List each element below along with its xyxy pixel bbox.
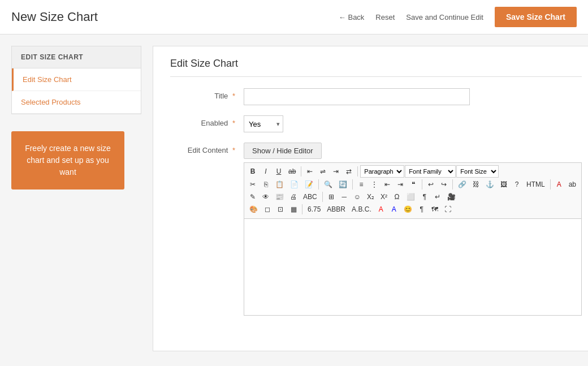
layer-button[interactable]: ◻ (261, 204, 274, 215)
enabled-select-wrapper: Yes No (244, 115, 283, 132)
help-button[interactable]: ? (511, 179, 523, 190)
find-button[interactable]: 🔍 (321, 179, 335, 190)
sidebar-heading: EDIT SIZE CHART (12, 46, 141, 68)
unlink-button[interactable]: ⛓ (470, 179, 482, 190)
back-button[interactable]: ← Back (339, 13, 365, 21)
sidebar-item-selected-products[interactable]: Selected Products (12, 91, 141, 114)
justify-button[interactable]: ⇄ (343, 166, 355, 177)
list-ordered-button[interactable]: ⋮ (368, 179, 381, 190)
edit-content-row: Edit Content * Show / Hide Editor B I U … (170, 143, 582, 316)
title-label: Title * (170, 88, 244, 100)
emotion-button[interactable]: 😊 (401, 204, 415, 215)
increase-font-button[interactable]: A (375, 204, 387, 215)
editor-wrapper: B I U ab ⇤ ⇌ ⇥ ⇄ Paragraph (244, 162, 582, 316)
edit-content-required-star: * (232, 146, 235, 154)
iframe-button[interactable]: ⬜ (404, 191, 418, 203)
ltr-button[interactable]: ¶ (416, 204, 428, 215)
title-required-star: * (232, 92, 235, 100)
decrease-font-button[interactable]: A (388, 204, 400, 215)
hr-button[interactable]: ─ (338, 191, 351, 203)
redo-button[interactable]: ↪ (438, 179, 450, 190)
save-chart-button[interactable]: Save Size Chart (495, 7, 577, 27)
bold-button[interactable]: B (247, 166, 259, 177)
separator-9 (302, 204, 302, 214)
strikethrough-button[interactable]: ab (286, 166, 299, 177)
underline-button[interactable]: U (273, 166, 285, 177)
align-left-button[interactable]: ⇤ (304, 166, 316, 177)
paste-button[interactable]: 📋 (273, 179, 287, 190)
enabled-row: Enabled * Yes No (170, 115, 582, 132)
editor-toolbar: B I U ab ⇤ ⇌ ⇥ ⇄ Paragraph (244, 163, 581, 219)
separator-6 (452, 179, 453, 190)
list-unordered-button[interactable]: ≡ (355, 179, 368, 190)
title-row: Title * (170, 88, 582, 105)
page-header: New Size Chart ← Back Reset Save and Con… (0, 0, 588, 35)
outdent-button[interactable]: ⇤ (381, 179, 394, 190)
header-actions: ← Back Reset Save and Continue Edit Save… (339, 7, 577, 27)
blockquote-button[interactable]: ❝ (407, 179, 420, 190)
subscript-button[interactable]: X₂ (364, 191, 377, 203)
undo-button[interactable]: ↩ (425, 179, 437, 190)
special-chars-button[interactable]: Ω (391, 191, 403, 203)
reset-button[interactable]: Reset (375, 13, 395, 21)
sidebar: EDIT SIZE CHART Edit Size Chart Selected… (11, 46, 141, 114)
indent-button[interactable]: ⇥ (394, 179, 407, 190)
abbr-button[interactable]: ABBR (324, 204, 348, 215)
page-break-button[interactable]: ¶ (418, 191, 431, 203)
toolbar-row-2: ✂ ⎘ 📋 📄 📝 🔍 🔄 ≡ ⋮ ⇤ ⇥ (247, 179, 579, 190)
align-center-button[interactable]: ⇌ (317, 166, 329, 177)
promo-box: Freely create a new size chart and set u… (11, 131, 124, 190)
promo-text: Freely create a new size chart and set u… (25, 144, 111, 176)
font-color-button[interactable]: A (553, 179, 565, 190)
paragraph-select[interactable]: Paragraph (360, 165, 404, 178)
style-button[interactable]: 🎨 (247, 204, 261, 215)
cut-button[interactable]: ✂ (247, 179, 259, 190)
main-content: EDIT SIZE CHART Edit Size Chart Selected… (0, 35, 588, 363)
save-continue-button[interactable]: Save and Continue Edit (406, 13, 483, 21)
enabled-select[interactable]: Yes No (244, 115, 283, 132)
align-right-button[interactable]: ⇥ (330, 166, 342, 177)
table-button[interactable]: ⊞ (325, 191, 338, 203)
smiley-button[interactable]: ☺ (351, 191, 364, 203)
editor-container: Show / Hide Editor B I U ab ⇤ ⇌ (244, 143, 582, 316)
image-map-button[interactable]: 🗺 (429, 204, 441, 215)
image-button[interactable]: 🖼 (498, 179, 510, 190)
italic-button[interactable]: I (260, 166, 272, 177)
separator-7 (550, 179, 551, 190)
page-title: New Size Chart (11, 10, 330, 24)
paste-word-button[interactable]: 📝 (302, 179, 316, 190)
enabled-required-star: * (232, 119, 235, 127)
print-button[interactable]: 🖨 (287, 191, 300, 203)
title-input[interactable] (244, 88, 470, 105)
editor-content[interactable] (244, 219, 581, 315)
link-button[interactable]: 🔗 (455, 179, 469, 190)
form-area: Edit Size Chart Title * Enabled * Yes No (153, 46, 588, 351)
toolbar-row-4: 🎨 ◻ ⊡ ▦ 6.75 ABBR A.B.C. A A 😊 ¶ (247, 204, 579, 215)
form-section-title: Edit Size Chart (170, 58, 582, 77)
div-button[interactable]: ⊡ (274, 204, 287, 215)
separator-2 (357, 166, 358, 176)
copy-button[interactable]: ⎘ (260, 179, 272, 190)
font-size-select[interactable]: Font Size (456, 165, 499, 178)
html-button[interactable]: HTML (524, 179, 548, 190)
separator-3 (318, 179, 319, 190)
toggle-editor-button[interactable]: Show / Hide Editor (244, 143, 322, 159)
fontsize-field-button[interactable]: 6.75 (305, 204, 323, 215)
paste-text-button[interactable]: 📄 (287, 179, 301, 190)
media-button[interactable]: 🎥 (444, 191, 459, 203)
nonbreaking-button[interactable]: ↵ (431, 191, 444, 203)
template-button[interactable]: 📰 (273, 191, 287, 203)
preview-button[interactable]: 👁 (260, 191, 272, 203)
acronym-button[interactable]: A.B.C. (349, 204, 374, 215)
font-family-select[interactable]: Font Family (405, 165, 456, 178)
source-button[interactable]: ✎ (247, 191, 259, 203)
highlight-button[interactable]: ab (566, 179, 579, 190)
replace-button[interactable]: 🔄 (336, 179, 350, 190)
superscript-button[interactable]: X² (378, 191, 390, 203)
sidebar-item-edit-size-chart[interactable]: Edit Size Chart (12, 68, 141, 91)
fullscreen-button[interactable]: ⛶ (442, 204, 454, 215)
separator-5 (422, 179, 422, 190)
anchor-button[interactable]: ⚓ (483, 179, 497, 190)
spellcheck-button[interactable]: ABC (300, 191, 320, 203)
showblocks-button[interactable]: ▦ (287, 204, 300, 215)
